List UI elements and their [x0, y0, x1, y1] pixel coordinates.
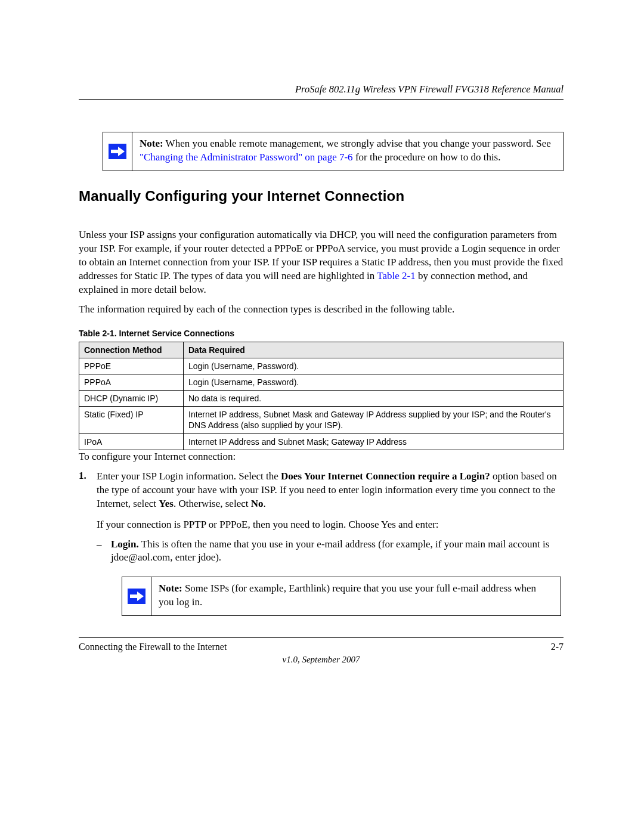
step1-t3: . Otherwise, select — [174, 498, 251, 509]
note-text-after: for the procedure on how to do this. — [353, 151, 501, 163]
note-text-before: When you enable remote management, we st… — [163, 138, 551, 149]
running-header: ProSafe 802.11g Wireless VPN Firewall FV… — [79, 83, 564, 95]
svg-rect-4 — [130, 594, 137, 598]
table-header-method: Connection Method — [79, 342, 184, 358]
svg-rect-1 — [111, 150, 118, 153]
cell-method: Static (Fixed) IP — [79, 407, 184, 433]
cell-data: Internet IP address, Subnet Mask and Gat… — [184, 407, 564, 433]
paragraph-2: The information required by each of the … — [79, 303, 564, 317]
table-row: PPPoA Login (Username, Password). — [79, 374, 564, 390]
table-header-row: Connection Method Data Required — [79, 342, 564, 358]
table-row: PPPoE Login (Username, Password). — [79, 358, 564, 374]
step1-extra: If your connection is PPTP or PPPoE, the… — [97, 518, 564, 532]
note-label: Note: — [140, 138, 163, 149]
note-box-isp-login: Note: Some ISPs (for example, Earthlink)… — [122, 577, 561, 616]
bullet-label: Login. — [111, 538, 139, 550]
cell-data: Login (Username, Password). — [184, 374, 564, 390]
dash-item-login: – Login. This is often the name that you… — [97, 538, 564, 565]
step1-t4: . — [263, 498, 265, 509]
table-row: DHCP (Dynamic IP) No data is required. — [79, 391, 564, 407]
step-1: 1. Enter your ISP Login information. Sel… — [79, 470, 564, 511]
note-body: Some ISPs (for example, Earthlink) requi… — [159, 583, 536, 608]
internet-service-connections-table: Connection Method Data Required PPPoE Lo… — [79, 342, 564, 450]
dash-mark: – — [97, 538, 111, 565]
note-icon-cell — [103, 132, 132, 171]
cell-data: Login (Username, Password). — [184, 358, 564, 374]
step1-bold2: Yes — [159, 498, 174, 509]
step1-bold3: No — [251, 498, 264, 509]
step1-bold1: Does Your Internet Connection require a … — [281, 470, 490, 482]
note-label: Note: — [159, 583, 182, 594]
cell-data: Internet IP Address and Subnet Mask; Gat… — [184, 433, 564, 450]
intro-line: To configure your Internet connection: — [79, 450, 564, 464]
dash-list: – Login. This is often the name that you… — [97, 538, 564, 565]
document-page: ProSafe 802.11g Wireless VPN Firewall FV… — [0, 0, 644, 833]
cell-method: DHCP (Dynamic IP) — [79, 391, 184, 407]
note-link[interactable]: "Changing the Administrator Password" on… — [140, 151, 353, 163]
cell-method: PPPoA — [79, 374, 184, 390]
para1-link[interactable]: Table 2-1 — [377, 270, 415, 281]
bullet-text: This is often the name that you use in y… — [111, 538, 549, 563]
footer-row: Connecting the Firewall to the Internet … — [79, 642, 564, 652]
note-icon-cell — [122, 577, 151, 615]
footer-left: Connecting the Firewall to the Internet — [79, 642, 227, 652]
table-caption: Table 2-1. Internet Service Connections — [79, 329, 564, 338]
table-header-data: Data Required — [184, 342, 564, 358]
step-body: Enter your ISP Login information. Select… — [97, 470, 564, 511]
table-row: IPoA Internet IP Address and Subnet Mask… — [79, 433, 564, 450]
dash-body: Login. This is often the name that you u… — [111, 538, 564, 565]
cell-method: PPPoE — [79, 358, 184, 374]
cell-data: No data is required. — [184, 391, 564, 407]
cell-method: IPoA — [79, 433, 184, 450]
footer-rule — [79, 637, 564, 638]
note-text: Note: Some ISPs (for example, Earthlink)… — [151, 577, 561, 615]
paragraph-1: Unless your ISP assigns your configurati… — [79, 228, 564, 297]
header-rule — [79, 99, 564, 100]
footer-page-number: 2-7 — [551, 642, 564, 652]
steps-list: 1. Enter your ISP Login information. Sel… — [79, 470, 564, 511]
arrow-right-icon — [109, 144, 126, 159]
step-number: 1. — [79, 470, 97, 511]
footer-version: v1.0, September 2007 — [79, 655, 564, 665]
table-row: Static (Fixed) IP Internet IP address, S… — [79, 407, 564, 433]
note-box-remote-management: Note: When you enable remote management,… — [103, 132, 564, 171]
section-heading: Manually Configuring your Internet Conne… — [79, 188, 564, 205]
step1-t1: Enter your ISP Login information. Select… — [97, 470, 281, 482]
arrow-right-icon — [128, 589, 145, 604]
note-text: Note: When you enable remote management,… — [132, 132, 563, 171]
